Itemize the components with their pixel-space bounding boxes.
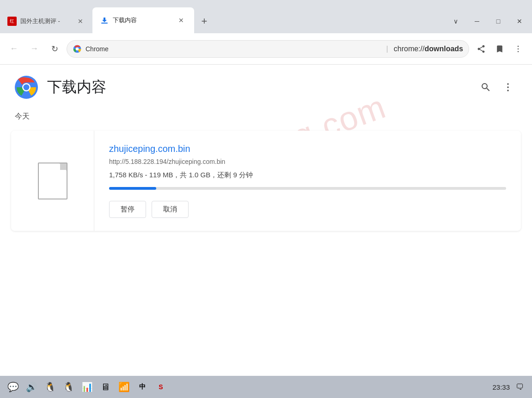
downloads-title-area: 下载内容 [15,76,106,99]
inactive-tab-favicon: 红 [7,17,17,26]
inactive-tab-close-button[interactable]: ✕ [76,17,85,26]
svg-rect-0 [101,23,108,24]
download-file-icon-area [11,131,94,231]
download-item: zhujiceping.com.bin http://5.188.228.194… [11,131,521,231]
share-button[interactable] [473,41,489,57]
wifi-icon[interactable]: 📶 [116,380,131,394]
sogou-icon[interactable]: S [153,380,168,394]
address-url: chrome://downloads [394,45,463,53]
forward-button[interactable]: → [26,41,43,57]
downloads-header: 下载内容 [0,65,532,106]
window-controls: ∨ ─ □ ✕ [445,13,532,33]
chrome-sphere-icon [73,44,82,54]
volume-icon[interactable]: 🔊 [24,380,39,394]
svg-point-2 [76,47,79,50]
chart-icon[interactable]: 📊 [79,380,94,394]
svg-point-3 [518,45,519,47]
svg-point-9 [507,83,509,85]
new-tab-button[interactable]: + [194,9,214,33]
taskbar-clock: 23:33 [492,383,510,391]
minimize-button[interactable]: ─ [466,13,488,30]
progress-bar-fill [109,187,156,190]
refresh-button[interactable]: ↻ [46,41,63,57]
navigation-bar: ← → ↻ Chrome | chrome://downloads [0,33,532,65]
tab-bar: 红 国外主机测评 - ✕ 下载内容 ✕ + ∨ ─ □ ✕ [0,0,532,33]
qq1-icon[interactable]: 🐧 [43,380,57,394]
svg-point-5 [518,51,519,52]
page-content: 下载内容 zhujiceping.com 今天 zhujiceping [0,65,532,398]
taskbar: 💬 🔊 🐧 🐧 📊 🖥 📶 中 S 23:33 🗨 [0,376,532,398]
today-section-label: 今天 [0,106,532,127]
svg-point-4 [518,48,519,49]
display-icon[interactable]: 🖥 [98,380,113,394]
notification-button[interactable]: 🗨 [514,380,526,393]
url-path: downloads [424,45,463,53]
progress-bar-container [109,187,506,190]
maximize-button[interactable]: □ [488,13,509,30]
bookmark-button[interactable] [491,41,508,57]
address-bar[interactable]: Chrome | chrome://downloads [67,40,469,58]
input-method-icon[interactable]: 中 [135,380,150,394]
pause-button[interactable]: 暂停 [109,201,146,218]
menu-button[interactable] [510,41,526,57]
url-scheme: chrome:// [394,45,425,53]
header-actions [477,78,517,96]
download-url: http://5.188.228.194/zhujiceping.com.bin [109,158,506,165]
address-separator: | [386,45,388,53]
svg-point-11 [507,90,509,91]
page-title: 下载内容 [47,77,106,97]
file-icon [38,163,67,199]
search-downloads-button[interactable] [477,78,495,96]
download-filename-link[interactable]: zhujiceping.com.bin [109,144,506,154]
svg-point-8 [24,84,30,90]
inactive-tab-title: 国外主机测评 - [20,17,72,25]
active-tab-close-button[interactable]: ✕ [177,16,186,25]
chrome-logo [15,76,38,99]
download-actions: 暂停 取消 [109,201,506,218]
more-options-button[interactable] [499,78,517,96]
download-info: zhujiceping.com.bin http://5.188.228.194… [94,131,521,231]
wechat-icon[interactable]: 💬 [6,380,20,394]
address-brand: Chrome [86,45,381,53]
active-tab-title: 下载内容 [113,16,173,24]
back-button[interactable]: ← [6,41,22,57]
active-tab-favicon [100,16,109,25]
cancel-button[interactable]: 取消 [152,201,189,218]
close-button[interactable]: ✕ [509,13,530,30]
nav-right-actions [473,41,526,57]
download-status: 1,758 KB/s - 119 MB，共 1.0 GB，还剩 9 分钟 [109,171,506,180]
qq2-icon[interactable]: 🐧 [61,380,76,394]
tab-active[interactable]: 下载内容 ✕ [92,7,194,33]
chevron-down-button[interactable]: ∨ [445,13,466,30]
tab-inactive[interactable]: 红 国外主机测评 - ✕ [0,9,92,33]
svg-point-10 [507,86,509,88]
